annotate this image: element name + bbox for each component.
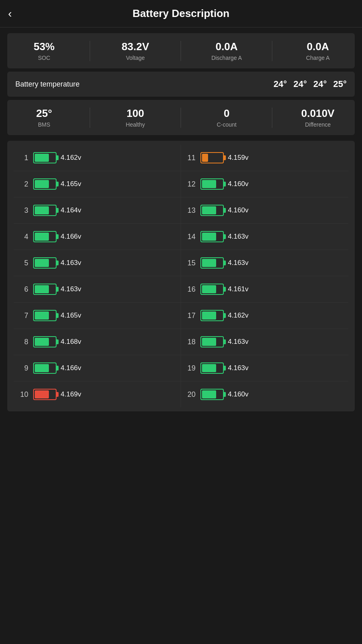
stats-panel-2: 25° BMS 100 Healthy 0 C-count 0.010V Dif… [7, 100, 355, 135]
cell-voltage: 4.162v [228, 311, 248, 320]
cell-voltage: 4.166v [61, 364, 81, 372]
cell-row-9: 94.166v [14, 355, 181, 381]
cell-voltage: 4.163v [61, 285, 81, 293]
cell-number: 3 [17, 206, 28, 215]
stat-label: C-count [217, 121, 236, 128]
cell-row-19: 194.163v [181, 355, 348, 381]
cell-row-17: 174.162v [181, 303, 348, 329]
battery-icon-green [33, 362, 57, 374]
cell-voltage: 4.163v [228, 233, 248, 241]
stat-item-soc: 53% SOC [24, 40, 64, 61]
battery-fill [35, 206, 49, 214]
stats-row-1: 53% SOC 83.2V Voltage 0.0A Discharge A 0… [11, 40, 351, 61]
cell-voltage: 4.166v [61, 233, 81, 241]
stat-value: 0.0A [307, 40, 329, 53]
battery-fill [35, 338, 49, 346]
cell-number: 12 [184, 180, 196, 189]
battery-icon-green [33, 205, 57, 216]
temperature-label: Battery temperature [15, 80, 80, 89]
battery-icon-green [200, 205, 224, 216]
stat-value: 25° [36, 107, 52, 120]
battery-fill [35, 311, 49, 320]
cell-number: 18 [184, 338, 196, 346]
cell-number: 16 [184, 285, 196, 294]
stat-item-discharge-a: 0.0A Discharge A [206, 40, 247, 61]
battery-icon-green [33, 231, 57, 242]
battery-icon-green [200, 231, 224, 242]
cell-voltage: 4.163v [228, 364, 248, 372]
bms-stat-item-difference: 0.010V Difference [298, 107, 338, 128]
battery-fill [202, 154, 208, 162]
cell-row-20: 204.160v [181, 381, 348, 407]
cell-row-18: 184.163v [181, 329, 348, 355]
battery-icon-green [200, 389, 224, 400]
stat-label: Difference [305, 121, 331, 128]
cell-voltage: 4.159v [228, 154, 248, 162]
temperature-values: 24°24°24°25° [274, 79, 347, 89]
cell-voltage: 4.165v [61, 180, 81, 188]
cell-number: 1 [17, 154, 28, 162]
back-button[interactable]: ‹ [8, 8, 12, 19]
cell-row-1: 14.162v [14, 145, 181, 171]
battery-fill [35, 233, 49, 241]
cells-left-column: 14.162v24.165v34.164v44.166v54.163v64.16… [14, 145, 181, 407]
divider [90, 108, 90, 128]
cell-row-3: 34.164v [14, 197, 181, 224]
battery-fill [202, 285, 216, 293]
cell-row-4: 44.166v [14, 224, 181, 250]
temperature-value: 25° [333, 79, 347, 89]
page-title: Battery Description [133, 7, 229, 20]
stat-item-voltage: 83.2V Voltage [115, 40, 156, 61]
divider [272, 41, 272, 61]
cell-row-15: 154.163v [181, 250, 348, 276]
cell-voltage: 4.160v [228, 180, 248, 188]
battery-icon-green [200, 284, 224, 295]
cell-row-6: 64.163v [14, 276, 181, 303]
cell-number: 10 [17, 390, 28, 399]
stat-label: Voltage [126, 55, 145, 61]
stat-value: 0.010V [301, 107, 335, 120]
battery-fill [35, 285, 49, 293]
cell-row-7: 74.165v [14, 303, 181, 329]
battery-fill [35, 154, 49, 162]
cell-row-13: 134.160v [181, 197, 348, 224]
divider [181, 41, 181, 61]
cell-number: 11 [184, 154, 196, 162]
cell-row-14: 144.163v [181, 224, 348, 250]
stats-row-2: 25° BMS 100 Healthy 0 C-count 0.010V Dif… [11, 107, 351, 128]
battery-icon-green [200, 310, 224, 321]
cell-row-2: 24.165v [14, 171, 181, 197]
bms-stat-item-c-count: 0 C-count [206, 107, 247, 128]
stat-item-charge-a: 0.0A Charge A [298, 40, 338, 61]
divider [90, 41, 90, 61]
battery-fill [202, 206, 216, 214]
divider [181, 108, 181, 128]
cell-number: 8 [17, 338, 28, 346]
battery-icon-green [33, 152, 57, 163]
battery-icon-red [33, 389, 57, 400]
stat-value: 83.2V [122, 40, 149, 53]
bms-stat-item-bms: 25° BMS [24, 107, 64, 128]
cell-voltage: 4.168v [61, 338, 81, 346]
cell-voltage: 4.161v [228, 285, 248, 293]
cell-number: 14 [184, 233, 196, 241]
battery-icon-green [33, 310, 57, 321]
battery-fill [35, 390, 49, 398]
battery-fill [202, 259, 216, 267]
battery-icon-green [33, 336, 57, 347]
battery-fill [35, 364, 49, 372]
battery-icon-green [200, 362, 224, 374]
temperature-value: 24° [274, 79, 287, 89]
stat-value: 0 [224, 107, 229, 120]
stat-value: 100 [126, 107, 144, 120]
cell-number: 13 [184, 206, 196, 215]
battery-icon-green [33, 257, 57, 269]
temperature-value: 24° [293, 79, 307, 89]
cell-voltage: 4.163v [228, 338, 248, 346]
battery-fill [202, 390, 216, 398]
battery-icon-orange [200, 152, 224, 163]
stats-panel-1: 53% SOC 83.2V Voltage 0.0A Discharge A 0… [7, 33, 355, 68]
temperature-value: 24° [313, 79, 326, 89]
battery-fill [35, 259, 49, 267]
battery-icon-green [200, 178, 224, 190]
